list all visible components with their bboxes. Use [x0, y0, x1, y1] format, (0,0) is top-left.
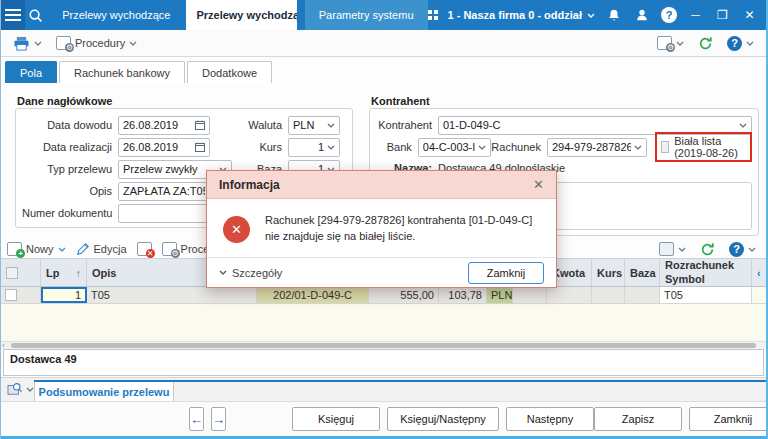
- grid-help-button[interactable]: ?: [725, 240, 760, 259]
- procedures-label: Procedury: [75, 37, 125, 49]
- table-row[interactable]: 1 T05 202/01-D-049-C 555,00 103,78 PLN T…: [1, 287, 766, 304]
- kurs-select[interactable]: 1: [288, 138, 340, 157]
- apps-grid-icon[interactable]: [428, 10, 438, 20]
- grid-refresh-icon: [700, 242, 715, 257]
- cell-baza[interactable]: [625, 287, 660, 303]
- new-row-label: Nowy: [26, 243, 54, 255]
- details-toggle[interactable]: Szczegóły: [219, 267, 282, 279]
- ksieguj-button[interactable]: Księguj: [292, 407, 380, 431]
- window-settings-icon: ⚙: [657, 36, 672, 50]
- user-icon[interactable]: [633, 6, 651, 24]
- data-dowodu-input[interactable]: 26.08.2019: [118, 116, 210, 135]
- tab-pola[interactable]: Pola: [5, 61, 57, 83]
- numer-dokumentu-label: Numer dokumentu: [22, 207, 118, 219]
- row-checkbox[interactable]: [5, 289, 17, 301]
- data-realizacji-input[interactable]: 26.08.2019: [118, 138, 210, 157]
- col-header-baza[interactable]: Baza: [625, 259, 660, 286]
- bank-select[interactable]: 04-C-003-I: [418, 138, 492, 157]
- edit-row-label: Edycja: [94, 243, 127, 255]
- cell-rozrachunek[interactable]: T05: [660, 287, 752, 303]
- calendar-icon[interactable]: [195, 142, 205, 152]
- grid-refresh-button[interactable]: [696, 240, 719, 259]
- dialog-close-icon[interactable]: ✕: [533, 177, 544, 192]
- collapse-panel-icon[interactable]: ‹: [757, 267, 765, 279]
- cell-currency[interactable]: PLN: [487, 287, 513, 303]
- biala-lista-highlight[interactable]: Biała lista (2019-08-26): [655, 132, 752, 162]
- col-header-rozrachunek[interactable]: RozrachunekSymbol: [660, 259, 752, 286]
- company-selector[interactable]: 1 - Nasza firma 0 - oddział: [448, 9, 595, 21]
- company-selector-label: 1 - Nasza firma 0 - oddział: [448, 9, 582, 21]
- zamknij-button[interactable]: Zamknij: [689, 407, 768, 431]
- header-group-title: Dane nagłówkowe: [17, 95, 112, 107]
- titlebar: Przelewy wychodzące Przelewy wychodzące …: [1, 0, 766, 30]
- nastepny-button[interactable]: Następny: [506, 407, 594, 431]
- ksieguj-nastepny-button[interactable]: Księguj/Następny: [387, 407, 499, 431]
- zapisz-button[interactable]: Zapisz: [594, 407, 682, 431]
- prev-record-button[interactable]: ←: [189, 407, 204, 431]
- help-circle-icon: ?: [727, 36, 742, 51]
- biala-lista-label: Biała lista (2019-08-26): [674, 135, 746, 159]
- main-toolbar: ⚙ Procedury ⚙ ?: [1, 30, 766, 57]
- dialog-message: Rachunek [294-979-287826] kontrahenta [0…: [265, 213, 540, 245]
- window-settings-button[interactable]: ⚙: [653, 34, 688, 52]
- horizontal-scrollbar[interactable]: ‹: [1, 341, 766, 349]
- hamburger-menu-icon[interactable]: [1, 0, 25, 30]
- cell-amount[interactable]: 555,00: [369, 287, 439, 303]
- data-dowodu-label: Data dowodu: [22, 119, 118, 131]
- procedures-icon: ⚙: [56, 36, 71, 50]
- footer-buttons: ← → Księguj Księguj/Następny Następny Za…: [1, 401, 766, 436]
- dialog-close-button[interactable]: Zamknij: [468, 262, 544, 284]
- window-tab-przelewy-active[interactable]: Przelewy wychodzące - [ 010, LK01: [186, 0, 296, 30]
- cell-opis[interactable]: T05: [87, 287, 257, 303]
- dialog-title: Informacja: [219, 178, 533, 192]
- cell-rate[interactable]: 103,78: [439, 287, 487, 303]
- kontrahent-label: Kontrahent: [374, 119, 438, 131]
- dialog-header[interactable]: Informacja ✕: [207, 171, 556, 199]
- printer-icon: [13, 36, 30, 51]
- column-chooser-icon: [659, 242, 674, 256]
- tab-podsumowanie-przelewu[interactable]: Podsumowanie przelewu: [34, 382, 174, 402]
- col-header-lp[interactable]: Lp↑: [41, 259, 87, 286]
- tab-rachunek-bankowy[interactable]: Rachunek bankowy: [59, 61, 185, 83]
- grid-help-icon: ?: [729, 242, 744, 257]
- cell-kurs[interactable]: [592, 287, 625, 303]
- col-header-kurs[interactable]: Kurs: [592, 259, 625, 286]
- calendar-icon[interactable]: [195, 120, 205, 130]
- procedures-button[interactable]: ⚙ Procedury: [52, 34, 141, 52]
- bell-icon[interactable]: [605, 6, 623, 24]
- waluta-select[interactable]: PLN: [288, 116, 340, 135]
- window-tab-parametry[interactable]: Parametry systemu: [305, 0, 428, 30]
- window-tab-przelewy[interactable]: Przelewy wychodzące: [46, 0, 186, 30]
- preview-tool-button[interactable]: [7, 382, 34, 396]
- rachunek-select[interactable]: 294-979-287826: [547, 138, 647, 157]
- cell-lp[interactable]: 1: [41, 287, 87, 303]
- opis-label: Opis: [22, 185, 118, 197]
- new-row-button[interactable]: + Nowy: [7, 242, 66, 256]
- next-record-button[interactable]: →: [211, 407, 226, 431]
- app-window: Przelewy wychodzące Przelewy wychodzące …: [0, 0, 768, 439]
- cell-spare[interactable]: [513, 287, 547, 303]
- cell-account[interactable]: 202/01-D-049-C: [257, 287, 369, 303]
- edit-row-button[interactable]: Edycja: [76, 242, 127, 256]
- cell-kwota[interactable]: [547, 287, 592, 303]
- close-icon[interactable]: ✕: [741, 8, 758, 22]
- bank-label: Bank: [374, 141, 418, 153]
- column-chooser-button[interactable]: [655, 240, 690, 258]
- biala-lista-checkbox[interactable]: [661, 141, 669, 153]
- minimize-icon[interactable]: ─: [687, 8, 704, 22]
- scrollbar-thumb[interactable]: [11, 343, 756, 348]
- preview-text: Dostawca 49: [3, 349, 764, 376]
- refresh-button[interactable]: [694, 34, 717, 53]
- maximize-icon[interactable]: ❐: [714, 8, 731, 22]
- print-button[interactable]: [9, 34, 46, 53]
- tab-dodatkowe[interactable]: Dodatkowe: [187, 61, 272, 83]
- select-all-checkbox[interactable]: [6, 267, 18, 279]
- sort-asc-icon: ↑: [76, 267, 82, 279]
- delete-row-button[interactable]: ✕: [137, 242, 152, 256]
- help-menu-button[interactable]: ?: [723, 34, 758, 53]
- opis-input[interactable]: ZAPŁATA ZA:T05: [118, 182, 210, 201]
- refresh-icon: [698, 36, 713, 51]
- numer-dokumentu-input[interactable]: [118, 204, 210, 223]
- help-icon[interactable]: ?: [661, 7, 677, 23]
- search-icon[interactable]: [25, 0, 46, 30]
